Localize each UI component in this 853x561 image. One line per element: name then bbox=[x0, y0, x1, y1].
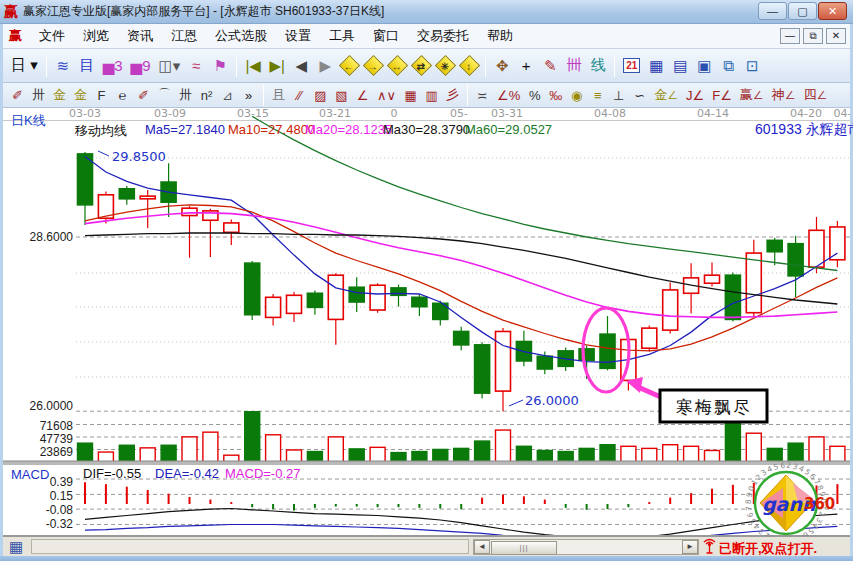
mdi-minimize-button[interactable]: — bbox=[780, 28, 800, 44]
toolbar-shaded-fan-icon[interactable]: ▨ bbox=[310, 85, 331, 105]
toolbar-fibonacci-grid-icon[interactable]: F bbox=[91, 85, 112, 105]
toolbar-gann-fan-icon[interactable]: ∕∕ bbox=[289, 85, 310, 105]
scroll-right-arrow-icon[interactable]: ► bbox=[682, 540, 698, 554]
toolbar-shift-right-icon[interactable]: → bbox=[361, 53, 385, 79]
toolbar-box-grid-icon[interactable]: 且 bbox=[268, 85, 289, 105]
toolbar-band-tool-icon[interactable]: 卌 bbox=[562, 53, 586, 79]
toolbar-hash-grid-icon[interactable]: 卅 bbox=[28, 85, 49, 105]
toolbar-spiral-tool-icon[interactable]: ℮ bbox=[112, 85, 133, 105]
toolbar-permille-icon[interactable]: ‰ bbox=[545, 85, 566, 105]
toolbar-remote-data-icon[interactable]: ⧉ bbox=[716, 53, 740, 79]
menu-item-formula-picker[interactable]: 公式选股 bbox=[206, 25, 276, 46]
scroll-left-arrow-icon[interactable]: ◄ bbox=[474, 540, 490, 554]
ma10-label: Ma10=27.4800 bbox=[228, 122, 315, 137]
toolbar-rays-icon[interactable]: 彡 bbox=[442, 85, 463, 105]
minimize-button[interactable]: — bbox=[758, 2, 787, 20]
toolbar-trend-angle-icon[interactable]: ∠ bbox=[352, 85, 373, 105]
toolbar-brush-tool-icon[interactable]: ✐ bbox=[7, 85, 28, 105]
toolbar-hand-tool-icon[interactable]: ✥ bbox=[490, 53, 514, 79]
toolbar-percent-icon[interactable]: % bbox=[524, 85, 545, 105]
toolbar-percent-line-icon[interactable]: ∠% bbox=[493, 85, 524, 105]
toolbar-first-page-icon[interactable]: |◀ bbox=[241, 53, 265, 79]
menu-item-browse[interactable]: 浏览 bbox=[74, 25, 118, 46]
ma5-label: Ma5=27.1840 bbox=[145, 122, 225, 137]
toolbar-next-page-icon[interactable]: ▶ bbox=[313, 53, 337, 79]
toolbar-network-icon[interactable]: ⊡ bbox=[740, 53, 764, 79]
ma60-label: Ma60=29.0527 bbox=[465, 122, 552, 137]
toolbar-color-flag-icon[interactable]: ⚑ bbox=[208, 53, 232, 79]
toolbar-hash-grid2-icon[interactable]: 卅 bbox=[175, 85, 196, 105]
toolbar-measure-icon[interactable]: ≍ bbox=[472, 85, 493, 105]
maximize-button[interactable]: ▢ bbox=[788, 2, 817, 20]
toolbar-wave-tool-icon[interactable]: ∽ bbox=[629, 85, 650, 105]
toolbar-f10-info-icon[interactable]: 目 bbox=[75, 53, 99, 79]
toolbar-shen-angle-icon[interactable]: 神∠ bbox=[768, 85, 800, 105]
svg-text:03-03: 03-03 bbox=[69, 108, 101, 120]
svg-text:360: 360 bbox=[804, 495, 835, 513]
mdi-close-button[interactable]: ✕ bbox=[826, 28, 846, 44]
toolbar-grid-box2-icon[interactable]: ▥ bbox=[421, 85, 442, 105]
toolbar-angle-grid-icon[interactable]: ✐ bbox=[133, 85, 154, 105]
toolbar-minute-3-icon[interactable]: ▅3 bbox=[99, 53, 127, 79]
toolbar-n2-tool-icon[interactable]: n² bbox=[196, 85, 217, 105]
menu-item-tools[interactable]: 工具 bbox=[320, 25, 364, 46]
toolbar-vertical-scale-icon[interactable]: ↕ bbox=[457, 53, 481, 79]
toolbar-save-icon[interactable]: ▣ bbox=[692, 53, 716, 79]
menu-item-news[interactable]: 资讯 bbox=[118, 25, 162, 46]
toolbar-gold-angle-icon[interactable]: 金∠ bbox=[650, 85, 682, 105]
toolbar-si-angle-icon[interactable]: 四∠ bbox=[800, 85, 832, 105]
menu-bar: 赢 文件浏览资讯江恩公式选股设置工具窗口交易委托帮助 —⧉✕ bbox=[3, 24, 850, 49]
data-table-icon[interactable]: ▦ bbox=[9, 539, 23, 554]
mdi-restore-button[interactable]: ⧉ bbox=[803, 28, 823, 44]
menu-item-window[interactable]: 窗口 bbox=[364, 25, 408, 46]
toolbar-separator bbox=[614, 55, 615, 77]
toolbar-kline-period-button[interactable]: 日 ▾ bbox=[7, 53, 42, 79]
toolbar-compress-bars-icon[interactable]: ⇄ bbox=[409, 53, 433, 79]
toolbar-crosshair-icon[interactable]: + bbox=[514, 53, 538, 79]
toolbar-minute-9-icon[interactable]: ▅9 bbox=[127, 53, 155, 79]
toolbar-arc-tool-icon[interactable]: ⌒ bbox=[154, 85, 175, 105]
toolbar-gold-grid2-icon[interactable]: 金 bbox=[70, 85, 91, 105]
toolbar-more-tools-chevron[interactable]: » bbox=[238, 85, 259, 105]
macd-axis-2: 0.15 bbox=[5, 489, 73, 503]
toolbar-line-tool-icon[interactable]: 线 bbox=[586, 53, 610, 79]
title-bar[interactable]: 赢 赢家江恩专业版[赢家内部服务平台] - [永辉超市 SH601933-37日… bbox=[0, 0, 853, 24]
toolbar-gold-lines-icon[interactable]: ≡ bbox=[587, 85, 608, 105]
toolbar-j-angle-icon[interactable]: J∠ bbox=[682, 85, 708, 105]
panel-type-label[interactable]: 日K线 bbox=[11, 112, 46, 130]
toolbar-pole-tool-icon[interactable]: ⊥ bbox=[608, 85, 629, 105]
toolbar-win-angle-icon[interactable]: 赢∠ bbox=[736, 85, 768, 105]
toolbar-fan-grid-icon[interactable]: ▧ bbox=[331, 85, 352, 105]
menu-item-settings[interactable]: 设置 bbox=[276, 25, 320, 46]
svg-text:04-08: 04-08 bbox=[594, 108, 626, 120]
menu-item-help[interactable]: 帮助 bbox=[478, 25, 522, 46]
toolbar-candle-style-icon[interactable]: ◫▾ bbox=[154, 53, 184, 79]
toolbar-zigzag-icon[interactable]: ∧∨ bbox=[373, 85, 400, 105]
toolbar-calendar-21-icon[interactable]: 21 bbox=[619, 53, 644, 79]
horizontal-scrollbar[interactable]: ◄ ||| ► bbox=[473, 539, 699, 555]
toolbar-shift-left-icon[interactable]: ← bbox=[337, 53, 361, 79]
toolbar-full-view-icon[interactable]: ✳ bbox=[433, 53, 457, 79]
svg-text:04-14: 04-14 bbox=[697, 108, 729, 120]
menu-item-trade[interactable]: 交易委托 bbox=[408, 25, 478, 46]
toolbar-gold-grid-icon[interactable]: 金 bbox=[49, 85, 70, 105]
scrollbar-thumb[interactable]: ||| bbox=[491, 541, 557, 555]
toolbar-f-angle-icon[interactable]: F∠ bbox=[708, 85, 736, 105]
menu-item-file[interactable]: 文件 bbox=[30, 25, 74, 46]
toolbar-calculator-icon[interactable]: ▦ bbox=[644, 53, 668, 79]
toolbar-grid-box-icon[interactable]: ▦ bbox=[400, 85, 421, 105]
toolbar-expand-bars-icon[interactable]: ↔ bbox=[385, 53, 409, 79]
toolbar-angle-flag-icon[interactable]: ⊿ bbox=[217, 85, 238, 105]
ma20-label: Ma20=28.1235 bbox=[305, 122, 392, 137]
toolbar-prev-page-icon[interactable]: ◀ bbox=[289, 53, 313, 79]
toolbar-gold-circle-icon[interactable]: ◉ bbox=[566, 85, 587, 105]
ma-header-title: 移动均线 bbox=[75, 122, 127, 140]
toolbar-wave-pattern-icon[interactable]: ≈ bbox=[184, 53, 208, 79]
toolbar-annotate-pen-icon[interactable]: ✎ bbox=[538, 53, 562, 79]
close-button[interactable]: ✕ bbox=[818, 2, 847, 20]
toolbar-last-page-icon[interactable]: ▶| bbox=[265, 53, 289, 79]
toolbar-trellis-chart-icon[interactable]: ≋ bbox=[51, 53, 75, 79]
menu-item-gann[interactable]: 江恩 bbox=[162, 25, 206, 46]
toolbar-memo-icon[interactable]: ▤ bbox=[668, 53, 692, 79]
ma30-label: Ma30=28.3790 bbox=[383, 122, 470, 137]
